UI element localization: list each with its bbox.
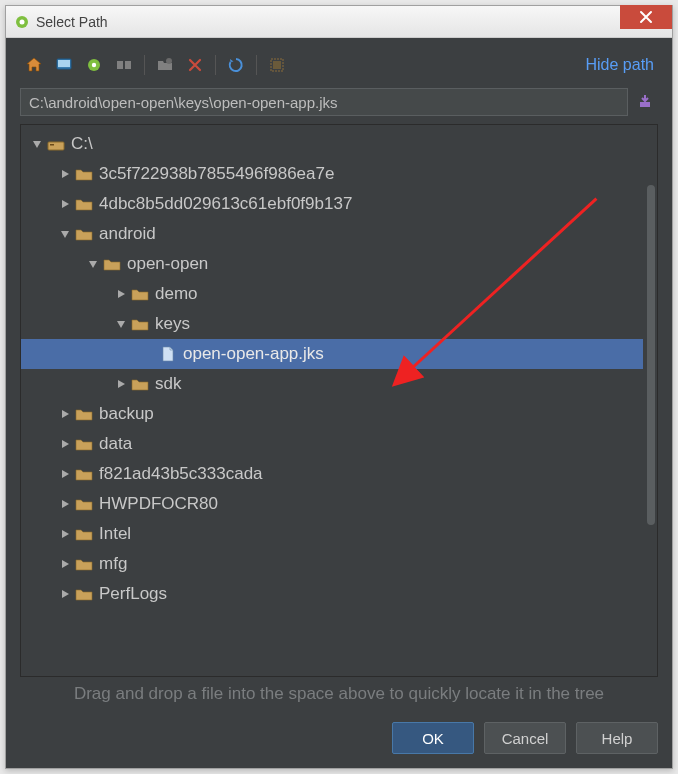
svg-rect-6 [117,61,123,69]
toolbar: Hide path [20,48,658,82]
help-button[interactable]: Help [576,722,658,754]
tree-label: 3c5f722938b7855496f986ea7e [99,164,334,184]
expander-icon[interactable] [57,436,73,452]
tree-row[interactable]: mfg [21,549,643,579]
svg-rect-11 [640,102,650,107]
drive-icon [47,136,65,152]
expander-icon[interactable] [113,286,129,302]
dialog-content: Hide path C:\3c5f722938b7855496f986ea7e4… [6,38,672,768]
tree[interactable]: C:\3c5f722938b7855496f986ea7e4dbc8b5dd02… [21,125,643,676]
expander-icon[interactable] [113,316,129,332]
tree-label: PerfLogs [99,584,167,604]
delete-icon[interactable] [181,51,209,79]
drop-hint: Drag and drop a file into the space abov… [20,677,658,708]
folder-icon [75,196,93,212]
svg-rect-10 [273,61,281,69]
tree-label: sdk [155,374,181,394]
folder-icon [75,496,93,512]
expander-icon[interactable] [57,586,73,602]
window-title: Select Path [36,14,108,30]
folder-icon [75,586,93,602]
tree-row[interactable]: backup [21,399,643,429]
titlebar: Select Path [6,6,672,38]
expander-icon[interactable] [57,556,73,572]
folder-icon [131,316,149,332]
folder-icon [75,466,93,482]
svg-point-8 [166,58,172,64]
toolbar-separator [256,55,257,75]
tree-row[interactable]: PerfLogs [21,579,643,609]
tree-row-root[interactable]: C:\ [21,129,643,159]
toolbar-separator [144,55,145,75]
svg-rect-7 [125,61,131,69]
tree-label: data [99,434,132,454]
folder-icon [131,376,149,392]
close-button[interactable] [620,5,672,29]
tree-row[interactable]: demo [21,279,643,309]
tree-label: backup [99,404,154,424]
tree-label: C:\ [71,134,93,154]
tree-row[interactable]: android [21,219,643,249]
path-history-icon[interactable] [632,89,658,115]
desktop-icon[interactable] [50,51,78,79]
expander-icon[interactable] [57,496,73,512]
home-icon[interactable] [20,51,48,79]
expander-icon[interactable] [57,466,73,482]
expander-icon[interactable] [113,376,129,392]
expander-icon[interactable] [85,256,101,272]
expander-icon[interactable] [57,526,73,542]
svg-point-1 [20,19,25,24]
svg-rect-12 [48,142,64,150]
tree-row[interactable]: open-open-app.jks [21,339,643,369]
cancel-button[interactable]: Cancel [484,722,566,754]
tree-row[interactable]: keys [21,309,643,339]
new-folder-icon[interactable] [151,51,179,79]
tree-row[interactable]: Intel [21,519,643,549]
svg-rect-3 [58,60,70,67]
expander-icon[interactable] [57,226,73,242]
button-bar: OK Cancel Help [20,722,658,754]
scrollbar-thumb[interactable] [647,185,655,525]
app-icon [14,14,30,30]
tree-label: open-open [127,254,208,274]
toolbar-separator [215,55,216,75]
tree-label: Intel [99,524,131,544]
module-icon[interactable] [110,51,138,79]
folder-icon [75,406,93,422]
tree-row[interactable]: open-open [21,249,643,279]
expander-icon[interactable] [29,136,45,152]
folder-icon [75,556,93,572]
path-row [20,88,658,116]
expander-icon[interactable] [57,196,73,212]
tree-label: android [99,224,156,244]
tree-label: keys [155,314,190,334]
folder-icon [75,166,93,182]
ok-button[interactable]: OK [392,722,474,754]
folder-icon [103,256,121,272]
show-hidden-icon[interactable] [263,51,291,79]
tree-row[interactable]: sdk [21,369,643,399]
expander-icon[interactable] [57,406,73,422]
tree-label: 4dbc8b5dd029613c61ebf0f9b137 [99,194,352,214]
tree-row[interactable]: HWPDFOCR80 [21,489,643,519]
dialog-window: Select Path [5,5,673,769]
tree-container: C:\3c5f722938b7855496f986ea7e4dbc8b5dd02… [20,124,658,677]
tree-row[interactable]: f821ad43b5c333cada [21,459,643,489]
tree-label: mfg [99,554,127,574]
tree-row[interactable]: 4dbc8b5dd029613c61ebf0f9b137 [21,189,643,219]
project-icon[interactable] [80,51,108,79]
folder-icon [75,226,93,242]
svg-rect-13 [50,144,54,146]
tree-label: open-open-app.jks [183,344,324,364]
hide-path-link[interactable]: Hide path [586,56,659,74]
svg-point-5 [92,63,96,67]
refresh-icon[interactable] [222,51,250,79]
folder-icon [131,286,149,302]
expander-icon[interactable] [57,166,73,182]
folder-icon [75,526,93,542]
file-icon [159,346,177,362]
tree-row[interactable]: data [21,429,643,459]
path-input[interactable] [20,88,628,116]
tree-row[interactable]: 3c5f722938b7855496f986ea7e [21,159,643,189]
tree-label: f821ad43b5c333cada [99,464,263,484]
